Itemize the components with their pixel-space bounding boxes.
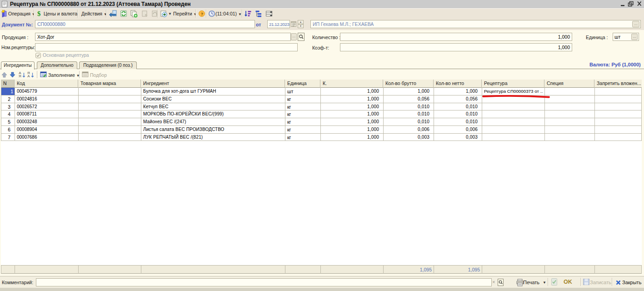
svg-text:?: ?	[200, 11, 203, 16]
svg-text:$: $	[37, 10, 41, 17]
